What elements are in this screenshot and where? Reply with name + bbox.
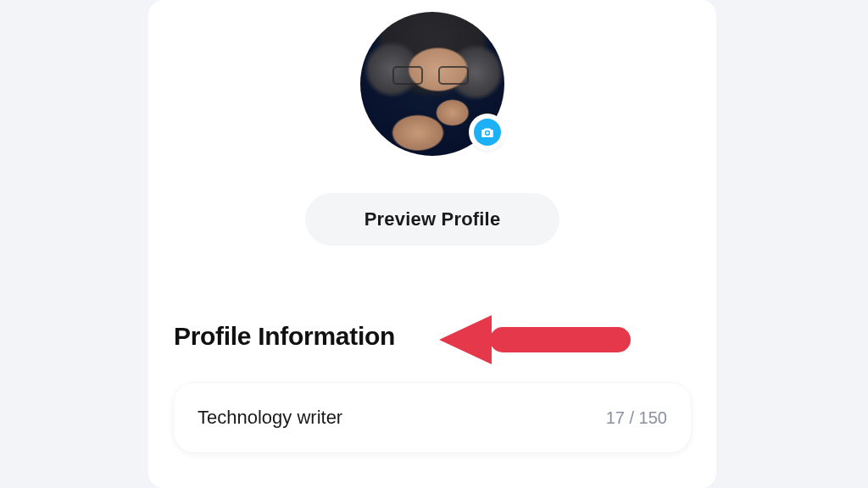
avatar-container: [360, 12, 504, 156]
change-photo-button[interactable]: [469, 114, 506, 151]
profile-information-heading: Profile Information: [174, 322, 395, 351]
camera-plus-icon: [474, 119, 501, 146]
bio-value: Technology writer: [198, 407, 606, 429]
avatar-glasses-detail: [392, 66, 469, 83]
profile-settings-card: Preview Profile Profile Information Tech…: [148, 0, 716, 488]
bio-input-field[interactable]: Technology writer 17 / 150: [174, 383, 691, 452]
preview-profile-button[interactable]: Preview Profile: [305, 193, 559, 246]
svg-rect-2: [486, 132, 489, 134]
bio-char-counter: 17 / 150: [606, 408, 667, 428]
